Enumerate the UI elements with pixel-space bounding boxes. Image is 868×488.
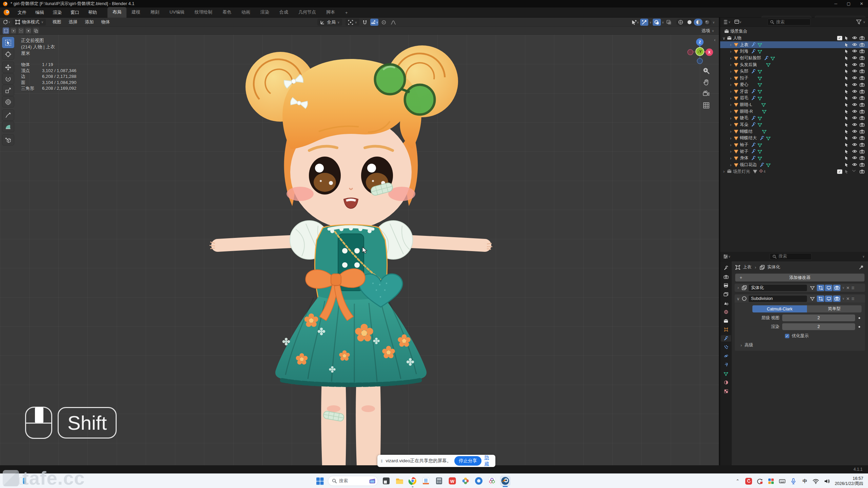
shading-wireframe[interactable] <box>676 19 685 26</box>
properties-tab-material-icon[interactable] <box>721 379 731 386</box>
workspace-tab-雕刻[interactable]: 雕刻 <box>145 7 164 18</box>
outliner-object-蝴蝶结大[interactable]: › 蝴蝶结大 <box>720 135 868 142</box>
outliner-collection-character[interactable]: ∨人物 ✓ <box>720 35 868 42</box>
outliner-object-牙齿[interactable]: › 牙齿 <box>720 88 868 95</box>
minimize-button[interactable]: ─ <box>829 0 842 7</box>
properties-tab-particles-icon[interactable] <box>721 344 731 350</box>
outliner-search-input[interactable]: 搜索 <box>767 19 811 25</box>
gizmo-axis-neg-y[interactable]: -Y <box>695 47 704 56</box>
selectability-dropdown[interactable]: ∨ <box>631 19 639 26</box>
menu-文件[interactable]: 文件 <box>13 8 31 17</box>
taskbar-app-calculator-icon[interactable] <box>434 476 444 486</box>
toggle-realtime-icon[interactable] <box>825 296 832 302</box>
menu-渲染[interactable]: 渲染 <box>48 8 66 17</box>
outliner-scene-collection[interactable]: 场景集合 <box>720 28 868 35</box>
workspace-tab-+[interactable]: + <box>340 8 353 18</box>
perspective-toggle-icon[interactable] <box>703 102 710 109</box>
viewport-menu-视图[interactable]: 视图 <box>48 18 65 26</box>
workspace-tab-几何节点[interactable]: 几何节点 <box>293 7 321 18</box>
toggle-render-icon[interactable] <box>833 285 841 291</box>
tool-add-primitive[interactable] <box>2 134 14 145</box>
outliner-object-头发后脑[interactable]: › 头发后脑 <box>720 61 868 68</box>
taskbar-widgets-icon[interactable] <box>18 476 27 485</box>
modifier-remove-icon[interactable]: ✕ <box>846 296 850 301</box>
navigation-gizmo[interactable]: Z X -Y <box>686 37 714 66</box>
pin-icon[interactable] <box>859 265 864 270</box>
toggle-edit-mode-display-icon[interactable] <box>809 296 816 302</box>
catmull-clark-tab[interactable]: Catmull-Clark <box>752 305 807 312</box>
keyframe-dot[interactable] <box>859 326 860 328</box>
keyframe-dot[interactable] <box>859 317 860 319</box>
camera-view-icon[interactable] <box>703 90 710 98</box>
viewport-menu-选择[interactable]: 选择 <box>65 18 81 26</box>
toggle-cage-icon[interactable] <box>817 296 824 302</box>
breadcrumb-object[interactable]: 上衣 <box>743 264 751 270</box>
tool-rotate[interactable] <box>2 73 14 84</box>
sidebar-collapse-arrow[interactable]: ‹ <box>714 37 715 42</box>
outliner-object-蝴蝶结[interactable]: › 蝴蝶结 <box>720 128 868 135</box>
tool-move[interactable] <box>2 62 14 73</box>
transform-orientation-dropdown[interactable]: 全局 ∨ <box>317 19 342 26</box>
modifier-drag-handle[interactable]: ☰ <box>851 297 855 301</box>
shading-material-preview[interactable] <box>694 19 703 26</box>
start-button[interactable] <box>315 476 325 486</box>
properties-tab-texture-icon[interactable] <box>721 388 731 394</box>
advanced-section-toggle[interactable]: › 高级 <box>739 342 865 348</box>
tool-measure[interactable] <box>2 121 14 132</box>
workspace-tab-合成[interactable]: 合成 <box>274 7 293 18</box>
gizmos-toggle[interactable] <box>640 19 648 26</box>
xray-toggle[interactable] <box>665 19 673 26</box>
outliner-object-刘海[interactable]: › 刘海 <box>720 48 868 55</box>
toggle-realtime-icon[interactable] <box>825 285 832 291</box>
taskbar-app-chrome-icon[interactable] <box>408 476 418 486</box>
levels-render-input[interactable]: 2 <box>782 323 855 330</box>
add-modifier-button[interactable]: ＋ 添加修改器 <box>735 273 865 282</box>
modifier-remove-icon[interactable]: ✕ <box>846 285 850 290</box>
modifier-solidify-header[interactable]: › 实体化 ∨ ✕ ☰ <box>734 283 865 292</box>
tool-cursor[interactable] <box>2 48 14 60</box>
pan-hand-icon[interactable] <box>703 79 710 86</box>
select-mode-intersect[interactable] <box>33 27 39 34</box>
taskbar-app-blender-icon[interactable] <box>500 476 510 486</box>
workspace-tab-着色[interactable]: 着色 <box>217 7 236 18</box>
simple-tab[interactable]: 简单型 <box>807 305 862 312</box>
microphone-tray-icon[interactable] <box>790 477 797 485</box>
mode-dropdown[interactable]: 物体模式 ∨ <box>13 19 46 26</box>
properties-tab-object-icon[interactable] <box>721 326 731 333</box>
pivot-point-dropdown[interactable]: ∨ <box>346 19 360 26</box>
select-mode-invert[interactable] <box>25 27 32 34</box>
properties-tab-tool-icon[interactable] <box>721 265 731 271</box>
gizmo-axis-x[interactable]: X <box>706 48 713 56</box>
hide-share-link[interactable]: 隐藏 <box>485 455 492 467</box>
properties-tab-scene-icon[interactable] <box>721 300 731 306</box>
modifier-subdivision-header[interactable]: ∨ Subdivision ∨ ✕ ☰ <box>734 294 865 303</box>
editor-type-icon[interactable] <box>3 19 8 25</box>
toggle-cage-icon[interactable] <box>817 285 824 291</box>
meeting-app-tray-icon[interactable] <box>768 477 775 485</box>
viewport-menu-添加[interactable]: 添加 <box>81 18 97 26</box>
outliner-object-爱心[interactable]: › 爱心 <box>720 82 868 88</box>
modifier-drag-handle[interactable]: ☰ <box>851 286 855 290</box>
outliner-object-上衣[interactable]: › 上衣 <box>720 41 868 48</box>
select-mode-extend[interactable] <box>10 27 17 34</box>
breadcrumb-modifier[interactable]: 实体化 <box>767 264 780 270</box>
outliner-object-耳朵[interactable]: › 耳朵 <box>720 122 868 128</box>
outliner-object-裙子[interactable]: › 裙子 <box>720 148 868 155</box>
menu-窗口[interactable]: 窗口 <box>66 8 84 17</box>
shading-solid[interactable] <box>685 19 694 26</box>
taskbar-app-photos-icon[interactable] <box>460 476 471 486</box>
shading-rendered[interactable] <box>703 19 711 26</box>
3d-viewport[interactable]: ∨ 物体模式 ∨ 视图选择添加物体 全局 ∨ ∨ ∨ <box>0 18 719 465</box>
outliner-object-创可贴脸部[interactable]: › 创可贴脸部 <box>720 55 868 62</box>
menu-编辑[interactable]: 编辑 <box>31 8 48 17</box>
properties-tab-physics-icon[interactable] <box>721 353 731 359</box>
outliner-collection-lights[interactable]: › 场景灯光 4 ✓ <box>720 168 868 175</box>
close-button[interactable]: ✕ <box>855 0 868 7</box>
workspace-tab-UV编辑[interactable]: UV编辑 <box>164 7 190 18</box>
taskbar-app-tri-circle-icon[interactable] <box>487 476 497 486</box>
ime-indicator[interactable]: 中 <box>801 477 808 485</box>
tool-scale[interactable] <box>2 85 14 96</box>
menu-帮助[interactable]: 帮助 <box>84 8 101 17</box>
select-mode-subtract[interactable] <box>18 27 24 34</box>
outliner-object-眼睛-L[interactable]: › 眼睛-L <box>720 102 868 108</box>
